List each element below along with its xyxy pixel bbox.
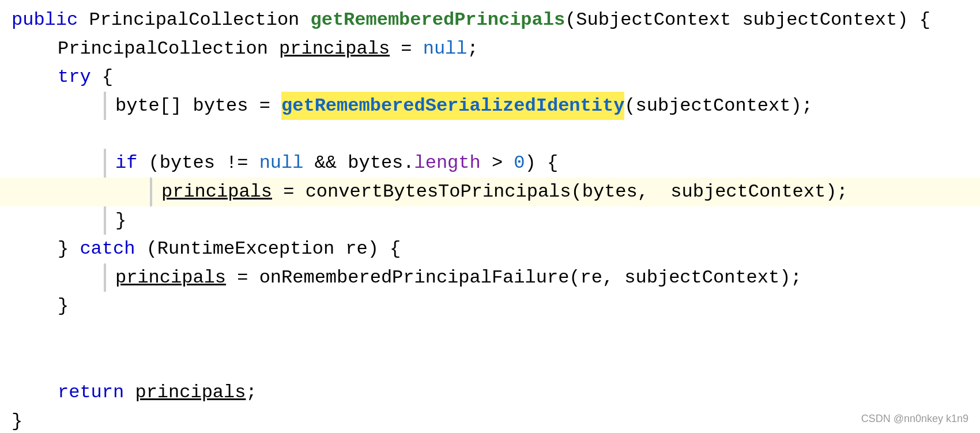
code-line [0,120,980,149]
code-line [0,321,980,349]
watermark: CSDN @nn0nkey k1n9 [861,411,968,427]
highlighted-method: getRememberedSerializedIdentity [281,92,624,121]
code-token: (RuntimeException re) { [135,235,401,263]
code-line: public PrincipalCollection getRemembered… [0,6,980,35]
code-line [0,349,980,378]
code-line: } [0,206,980,235]
code-line: if (bytes != null && bytes.length > 0) { [0,149,980,178]
code-token: = [390,35,423,63]
code-token: try [58,63,91,92]
code-token: = convertBytesToPrincipals(bytes, subjec… [272,178,848,206]
code-token: if [115,149,137,178]
code-token: } [58,235,80,263]
variable: principals [135,378,246,407]
block-border [104,149,106,178]
block-border [104,206,106,235]
code-token: PrincipalCollection [58,35,279,63]
variable: principals [115,263,226,292]
variable: principals [161,178,272,206]
code-token: catch [80,235,135,263]
code-token: } [58,292,69,321]
code-token: } [115,206,126,235]
code-token: (subjectContext); [624,92,812,121]
code-line: } [0,407,980,433]
code-line: principals = convertBytesToPrincipals(by… [0,178,980,206]
code-token: getRememberedPrincipals [310,6,565,35]
code-token: return [58,378,124,407]
code-token: byte[] bytes = [115,92,281,121]
code-line: principals = onRememberedPrincipalFailur… [0,263,980,292]
code-token [124,378,135,407]
code-token: null [259,149,304,178]
code-token: { [91,63,113,92]
code-token: (bytes != [137,149,259,178]
block-border [150,178,152,206]
block-border [104,263,106,292]
code-token: PrincipalCollection [78,6,310,35]
code-token: 0 [514,149,525,178]
code-line: } catch (RuntimeException re) { [0,235,980,263]
code-token: ) { [525,149,559,178]
code-token: (SubjectContext subjectContext) { [565,6,930,35]
code-token: && bytes. [303,149,414,178]
code-line: byte[] bytes = getRememberedSerializedId… [0,92,980,121]
code-line: return principals; [0,378,980,407]
code-line: } [0,292,980,321]
code-token: ; [468,35,478,63]
variable: principals [279,35,390,63]
code-token: public [12,6,78,35]
code-token: ; [246,378,257,407]
code-token: > [481,149,514,178]
code-viewer: public PrincipalCollection getRemembered… [0,0,980,433]
code-line: try { [0,63,980,92]
code-line: PrincipalCollection principals = null; [0,35,980,63]
block-border [104,92,106,121]
code-token: } [12,407,22,433]
code-token: length [414,149,480,178]
code-token: null [423,35,468,63]
code-token: = onRememberedPrincipalFailure(re, subje… [226,263,802,292]
